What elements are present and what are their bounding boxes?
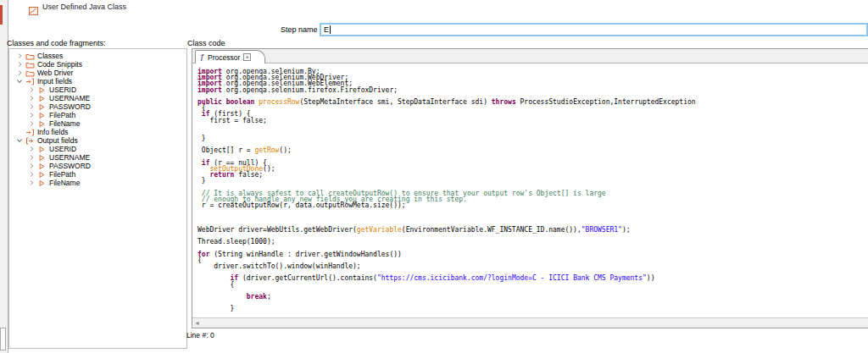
code-line: { [198,105,868,111]
expander-collapsed-icon[interactable] [14,69,25,76]
tree-item-username[interactable]: USERNAME [9,153,186,162]
tree-item-label: USERNAME [47,153,90,162]
tree-item-label: Info fields [36,128,68,136]
code-line: } [198,135,868,141]
tree-item-password[interactable]: PASSWORD [9,102,186,111]
code-line: return false; [198,172,868,178]
tree-item-label: USERNAME [47,94,90,102]
expander-collapsed-icon[interactable] [26,86,36,93]
expander-collapsed-icon[interactable] [26,179,36,186]
code-line: for (String winHandle : driver.getWindow… [198,251,868,257]
classes-tree[interactable]: ClassesCode SnippitsWeb DriverInput fiel… [8,48,187,349]
tree-item-label: PASSWORD [47,162,91,170]
script-icon: ƒ [200,53,204,61]
step-name-label: Step name [281,25,318,34]
code-line [198,130,868,135]
code-line: if (driver.getCurrentUrl().contains("htt… [198,275,868,281]
close-icon[interactable]: × [243,53,251,61]
tree-item-info-fields[interactable]: Info fields [9,128,186,136]
expander-collapsed-icon[interactable] [26,171,36,178]
code-line: break; [198,294,868,300]
udjc-step-icon [29,3,38,19]
field-icon [36,86,47,94]
output-fields-icon [25,137,36,145]
expander-collapsed-icon[interactable] [26,112,36,119]
code-line: public boolean processRow(StepMetaInterf… [198,99,868,105]
expander-collapsed-icon[interactable] [26,95,36,102]
tree-item-label: Web Driver [36,69,73,77]
scroll-left-icon[interactable]: ◄ [194,320,200,327]
tree-item-output-fields[interactable]: Output fields [9,136,186,145]
background-scrollbar-thumb [0,328,6,350]
input-fields-icon [25,129,36,136]
expander-collapsed-icon[interactable] [26,120,36,127]
tree-item-filepath[interactable]: FilePath [9,111,186,119]
code-line: if (r == null) { [198,160,868,166]
code-line: if (first) { [198,111,868,117]
tree-item-filename[interactable]: FileName [9,179,186,187]
code-line [198,141,868,147]
expander-expanded-icon[interactable] [14,137,25,144]
tab-processor[interactable]: ƒ Processor × [195,50,265,63]
code-line [198,300,868,306]
editor-tab-strip: ƒ Processor × [192,49,868,63]
code-editor[interactable]: import org.openqa.selenium.By;import org… [192,64,868,317]
expander-collapsed-icon[interactable] [26,146,36,152]
field-icon [36,179,47,187]
expander-collapsed-icon[interactable] [26,163,36,169]
text-caret [330,25,331,34]
tree-item-userid[interactable]: USERID [9,145,186,153]
tree-item-username[interactable]: USERNAME [9,94,186,102]
tree-item-label: FileName [47,179,80,187]
code-line [198,154,868,160]
tree-item-label: USERID [47,85,76,94]
tree-item-password[interactable]: PASSWORD [9,162,186,170]
expander-collapsed-icon[interactable] [26,103,36,110]
window-title: User Defined Java Class [42,3,126,11]
tree-item-filepath[interactable]: FilePath [9,170,186,179]
tree-panel-heading: Classes and code fragments: [7,39,106,47]
tree-item-label: Code Snippits [36,60,82,69]
step-name-input[interactable]: E [320,23,868,36]
code-line: } [198,306,868,312]
field-icon [36,163,47,170]
tree-item-label: Output fields [36,136,78,145]
expander-expanded-icon[interactable] [14,78,25,85]
tree-item-input-fields[interactable]: Input fields [9,77,186,85]
code-line [198,124,868,130]
field-icon [36,103,47,111]
tree-item-label: FilePath [47,170,75,179]
field-icon [36,171,47,179]
tree-item-web-driver[interactable]: Web Driver [9,69,186,77]
code-line: import org.openqa.selenium.firefox.Firef… [198,87,868,93]
field-icon [36,95,47,102]
tree-item-classes[interactable]: Classes [9,52,186,60]
code-line: { [198,282,868,288]
horizontal-scrollbar[interactable]: ◄ [192,317,868,328]
code-line: WebDriver driver=WebUtils.getWebDriver(g… [198,227,868,233]
tree-item-label: Input fields [36,77,72,85]
folder-icon [25,52,36,60]
field-icon [36,154,47,162]
field-icon [36,146,47,153]
code-line: Object[] r = getRow(); [198,147,868,153]
background-window-accent [0,5,3,25]
code-line [198,215,868,221]
tree-item-label: FileName [47,119,80,128]
tree-item-label: PASSWORD [47,102,91,111]
expander-collapsed-icon[interactable] [26,154,36,161]
folder-icon [25,69,36,77]
step-name-value: E [324,25,329,34]
input-fields-icon [25,78,36,85]
folder-icon [25,61,36,69]
code-line: r = createOutputRow(r, data.outputRowMet… [198,202,868,208]
tree-item-filename[interactable]: FileName [9,119,186,128]
status-line-number: Line #: 0 [186,331,214,339]
tree-item-label: FilePath [47,111,75,119]
code-line: Thread.sleep(1000); [198,239,868,245]
expander-collapsed-icon[interactable] [14,61,25,68]
code-line: first = false; [198,118,868,124]
tree-item-code-snippits[interactable]: Code Snippits [9,60,186,69]
tree-item-userid[interactable]: USERID [9,85,186,94]
expander-collapsed-icon[interactable] [14,52,25,59]
